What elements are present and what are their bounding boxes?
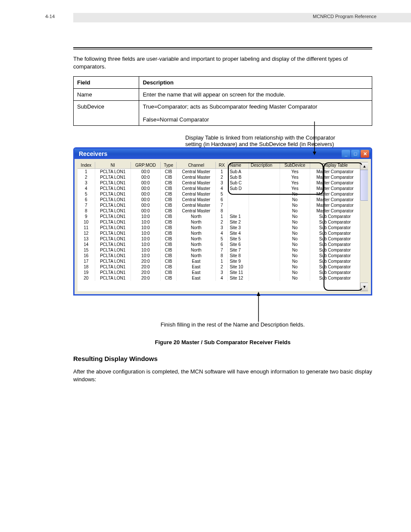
- table-row[interactable]: 19PCLTA LON120:0CIBEast3Site 11NoSub Com…: [78, 270, 360, 275]
- cell[interactable]: No: [280, 270, 310, 275]
- cell[interactable]: [249, 197, 280, 202]
- cell[interactable]: [249, 236, 280, 242]
- cell[interactable]: North: [177, 236, 216, 242]
- cell[interactable]: PCLTA LON1: [95, 270, 131, 275]
- cell[interactable]: 00:0: [131, 191, 160, 197]
- cell[interactable]: CIB: [160, 242, 176, 247]
- cell[interactable]: Site 3: [228, 225, 249, 230]
- col-header[interactable]: GRP:MOD: [131, 162, 160, 169]
- cell[interactable]: 10:0: [131, 247, 160, 253]
- cell[interactable]: Master Comparator: [310, 180, 360, 186]
- cell[interactable]: 5: [216, 191, 228, 197]
- cell[interactable]: Sub Comparator: [310, 230, 360, 236]
- cell[interactable]: CIB: [160, 275, 176, 281]
- cell[interactable]: CIB: [160, 270, 176, 275]
- cell[interactable]: Sub Comparator: [310, 214, 360, 219]
- cell[interactable]: Site 11: [228, 270, 249, 275]
- cell[interactable]: 20:0: [131, 264, 160, 270]
- cell[interactable]: 4: [216, 230, 228, 236]
- cell[interactable]: [249, 174, 280, 180]
- cell[interactable]: East: [177, 264, 216, 270]
- col-header[interactable]: SubDevice: [280, 162, 310, 169]
- cell[interactable]: PCLTA LON1: [95, 258, 131, 264]
- maximize-button[interactable]: □: [351, 150, 360, 158]
- cell[interactable]: 12: [78, 230, 95, 236]
- cell[interactable]: CIB: [160, 225, 176, 230]
- cell[interactable]: No: [280, 258, 310, 264]
- cell[interactable]: 4: [216, 275, 228, 281]
- cell[interactable]: PCLTA LON1: [95, 275, 131, 281]
- cell[interactable]: PCLTA LON1: [95, 208, 131, 214]
- cell[interactable]: PCLTA LON1: [95, 202, 131, 208]
- table-row[interactable]: 4PCLTA LON100:0CIBCentral Master4Sub DYe…: [78, 186, 360, 191]
- cell[interactable]: 18: [78, 264, 95, 270]
- cell[interactable]: Master Comparator: [310, 186, 360, 191]
- cell[interactable]: [249, 219, 280, 225]
- cell[interactable]: PCLTA LON1: [95, 174, 131, 180]
- col-header[interactable]: RX: [216, 162, 228, 169]
- cell[interactable]: CIB: [160, 208, 176, 214]
- cell[interactable]: 00:0: [131, 174, 160, 180]
- cell[interactable]: Sub Comparator: [310, 258, 360, 264]
- cell[interactable]: [249, 180, 280, 186]
- cell[interactable]: [228, 202, 249, 208]
- cell[interactable]: PCLTA LON1: [95, 197, 131, 202]
- cell[interactable]: North: [177, 225, 216, 230]
- cell[interactable]: 1: [78, 169, 95, 175]
- cell[interactable]: 10:0: [131, 230, 160, 236]
- table-row[interactable]: 16PCLTA LON110:0CIBNorth8Site 8NoSub Com…: [78, 253, 360, 258]
- cell[interactable]: PCLTA LON1: [95, 180, 131, 186]
- cell[interactable]: 00:0: [131, 180, 160, 186]
- cell[interactable]: Sub Comparator: [310, 264, 360, 270]
- cell[interactable]: 3: [78, 180, 95, 186]
- cell[interactable]: 19: [78, 270, 95, 275]
- cell[interactable]: PCLTA LON1: [95, 242, 131, 247]
- cell[interactable]: CIB: [160, 197, 176, 202]
- cell[interactable]: Central Master: [177, 186, 216, 191]
- cell[interactable]: CIB: [160, 247, 176, 253]
- cell[interactable]: East: [177, 258, 216, 264]
- cell[interactable]: PCLTA LON1: [95, 169, 131, 175]
- table-row[interactable]: 2PCLTA LON100:0CIBCentral Master2Sub BYe…: [78, 174, 360, 180]
- cell[interactable]: 8: [78, 208, 95, 214]
- cell[interactable]: CIB: [160, 169, 176, 175]
- cell[interactable]: 00:0: [131, 208, 160, 214]
- cell[interactable]: CIB: [160, 219, 176, 225]
- cell[interactable]: Sub Comparator: [310, 219, 360, 225]
- table-row[interactable]: 7PCLTA LON100:0CIBCentral Master7NoMaste…: [78, 202, 360, 208]
- cell[interactable]: No: [280, 264, 310, 270]
- cell[interactable]: PCLTA LON1: [95, 214, 131, 219]
- cell[interactable]: Sub Comparator: [310, 247, 360, 253]
- cell[interactable]: Site 9: [228, 258, 249, 264]
- cell[interactable]: Site 2: [228, 219, 249, 225]
- cell[interactable]: North: [177, 219, 216, 225]
- col-header[interactable]: NI: [95, 162, 131, 169]
- cell[interactable]: [228, 208, 249, 214]
- cell[interactable]: 11: [78, 225, 95, 230]
- cell[interactable]: No: [280, 275, 310, 281]
- cell[interactable]: CIB: [160, 202, 176, 208]
- cell[interactable]: 10: [78, 219, 95, 225]
- cell[interactable]: Master Comparator: [310, 169, 360, 175]
- cell[interactable]: 10:0: [131, 242, 160, 247]
- cell[interactable]: PCLTA LON1: [95, 236, 131, 242]
- cell[interactable]: No: [280, 236, 310, 242]
- cell[interactable]: Sub Comparator: [310, 242, 360, 247]
- cell[interactable]: Yes: [280, 180, 310, 186]
- cell[interactable]: 6: [216, 197, 228, 202]
- cell[interactable]: [249, 264, 280, 270]
- cell[interactable]: No: [280, 202, 310, 208]
- cell[interactable]: 2: [216, 174, 228, 180]
- cell[interactable]: 00:0: [131, 169, 160, 175]
- cell[interactable]: Site 8: [228, 253, 249, 258]
- col-header[interactable]: Name: [228, 162, 249, 169]
- cell[interactable]: Central Master: [177, 202, 216, 208]
- cell[interactable]: Sub Comparator: [310, 253, 360, 258]
- table-row[interactable]: 18PCLTA LON120:0CIBEast2Site 10NoSub Com…: [78, 264, 360, 270]
- cell[interactable]: 7: [78, 202, 95, 208]
- cell[interactable]: 10:0: [131, 253, 160, 258]
- cell[interactable]: [249, 253, 280, 258]
- cell[interactable]: 7: [216, 202, 228, 208]
- cell[interactable]: CIB: [160, 180, 176, 186]
- cell[interactable]: PCLTA LON1: [95, 264, 131, 270]
